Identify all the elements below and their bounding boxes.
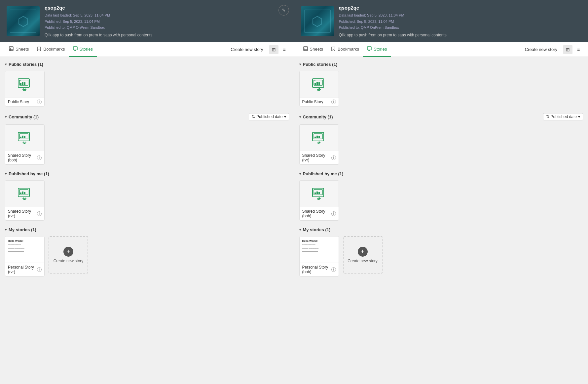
svg-rect-69 <box>314 137 316 138</box>
create-card-label: Create new story <box>348 259 378 263</box>
tab-bookmarks-right[interactable]: Bookmarks <box>327 42 363 57</box>
tab-stories-left[interactable]: Stories <box>69 42 97 57</box>
section-title-text: My stories (1) <box>9 227 36 232</box>
grid-view-button[interactable]: ⊞ <box>563 45 572 54</box>
tab-bookmarks-left[interactable]: Bookmarks <box>33 42 69 57</box>
edit-button[interactable]: ✎ <box>278 5 289 16</box>
create-new-story-button[interactable]: Create new story <box>228 46 266 53</box>
card-label-text: Public Story <box>302 100 323 104</box>
create-new-story-card[interactable]: + Create new story <box>49 236 88 274</box>
card-label-row: Shared Story (bob) i <box>300 207 339 220</box>
sort-button[interactable]: ⇅ Published date ▾ <box>249 113 289 120</box>
panel-content-left: ▾ Public stories (1) Public Story i <box>0 57 294 384</box>
list-view-button[interactable]: ≡ <box>574 45 583 54</box>
sort-chevron-icon: ▾ <box>284 114 286 119</box>
section-title[interactable]: ▾ Community (1) <box>299 114 333 119</box>
story-card[interactable]: Shared Story (bob) i <box>5 124 45 165</box>
tab-bar-left: Sheets Bookmarks Stories Create new stor… <box>0 42 294 57</box>
info-icon[interactable]: i <box>37 155 42 160</box>
app-thumbnail <box>7 6 40 36</box>
svg-rect-26 <box>24 136 25 138</box>
card-label-row: Shared Story (rvr) i <box>5 207 44 220</box>
section-header: ▾ Community (1) ⇅ Published date ▾ <box>299 113 583 120</box>
section-header: ▾ My stories (1) <box>5 227 289 232</box>
info-icon[interactable]: i <box>331 155 336 160</box>
section-title[interactable]: ▾ My stories (1) <box>299 227 331 232</box>
cards-grid: Shared Story (rvr) i <box>5 180 289 221</box>
plus-icon: + <box>63 247 73 257</box>
section-title[interactable]: ▾ Public stories (1) <box>5 62 43 67</box>
card-thumbnail <box>300 125 339 151</box>
tab-stories-right[interactable]: Stories <box>363 42 391 57</box>
list-view-button[interactable]: ≡ <box>280 45 289 54</box>
info-icon[interactable]: i <box>331 100 336 104</box>
card-label-text: Shared Story (bob) <box>8 153 37 162</box>
stories-label: Stories <box>80 47 93 52</box>
svg-rect-70 <box>316 136 318 138</box>
grid-view-button[interactable]: ⊞ <box>269 45 278 54</box>
cards-grid: Shared Story (rvr) i <box>299 124 583 165</box>
published-date: Published: Sep 5, 2023, 11:04 PM <box>339 19 582 25</box>
svg-rect-13 <box>22 82 23 85</box>
panel-content-right: ▾ Public stories (1) Public Story i <box>294 57 588 384</box>
section-published-by-me: ▾ Published by me (1) Shared Story (rvr)… <box>5 171 289 221</box>
cards-grid: Shared Story (bob) i <box>5 124 289 165</box>
section-title[interactable]: ▾ Published by me (1) <box>299 171 344 176</box>
stories-icon <box>73 46 78 52</box>
svg-rect-82 <box>316 192 318 194</box>
bookmarks-icon <box>37 46 41 52</box>
bookmarks-label: Bookmarks <box>43 47 65 52</box>
info-icon[interactable]: i <box>331 211 336 216</box>
story-card[interactable]: Public Story i <box>299 71 339 107</box>
published-date: Published: Sep 5, 2023, 11:04 PM <box>45 19 287 25</box>
section-title-text: Public stories (1) <box>9 62 43 67</box>
cards-grid: Hello World! ━━━━━━━━━━ ▬▬▬ ▬▬▬▬▬ ▬▬▬▬▬▬… <box>299 236 583 277</box>
info-icon[interactable]: i <box>331 267 336 272</box>
story-card[interactable]: Hello World! ━━━━━━━━━━ ▬▬▬ ▬▬▬▬▬ ▬▬▬▬▬▬… <box>299 236 339 277</box>
card-thumbnail <box>300 71 339 98</box>
svg-rect-38 <box>24 192 25 194</box>
section-my-stories: ▾ My stories (1) Hello World! ━━━━━━━━━━… <box>299 227 583 277</box>
info-icon[interactable]: i <box>37 100 42 104</box>
section-header: ▾ My stories (1) <box>299 227 583 232</box>
info-icon[interactable]: i <box>37 211 42 216</box>
card-label-row: Public Story i <box>300 98 339 106</box>
svg-rect-24 <box>20 137 21 138</box>
section-title[interactable]: ▾ Public stories (1) <box>299 62 338 67</box>
sort-icon: ⇅ <box>546 114 549 119</box>
chevron-down-icon: ▾ <box>299 63 301 66</box>
svg-rect-0 <box>9 47 13 51</box>
published-to: Published to: QMP OnPrem Sandbox <box>45 24 287 31</box>
svg-rect-45 <box>304 47 308 51</box>
stories-label: Stories <box>374 47 387 52</box>
card-thumbnail <box>5 181 44 207</box>
app-thumbnail <box>301 6 334 36</box>
story-card[interactable]: Shared Story (rvr) i <box>299 124 339 165</box>
app-meta: Data last loaded: Sep 5, 2023, 11:04 PM … <box>339 12 582 31</box>
card-label-text: Shared Story (bob) <box>302 209 331 218</box>
data-last-loaded: Data last loaded: Sep 5, 2023, 11:04 PM <box>339 12 582 19</box>
tab-sheets-right[interactable]: Sheets <box>299 42 327 57</box>
section-title-text: My stories (1) <box>303 227 331 232</box>
section-published-by-me: ▾ Published by me (1) Shared Story (bob)… <box>299 171 583 221</box>
create-new-story-card[interactable]: + Create new story <box>343 236 383 274</box>
create-new-story-button[interactable]: Create new story <box>522 46 560 53</box>
cards-grid: Hello World! ━━━━━━━━━━ ▬▬▬ ▬▬▬▬▬ ▬▬▬▬▬▬… <box>5 236 289 277</box>
sort-button[interactable]: ⇅ Published date ▾ <box>543 113 583 120</box>
section-title[interactable]: ▾ My stories (1) <box>5 227 36 232</box>
story-card[interactable]: Shared Story (bob) i <box>299 180 339 221</box>
panel-right: Sheets Bookmarks Stories Create new stor… <box>294 42 588 384</box>
section-title[interactable]: ▾ Community (1) <box>5 114 39 119</box>
section-title-text: Community (1) <box>303 114 333 119</box>
sheets-icon <box>9 46 14 52</box>
section-title-text: Public stories (1) <box>303 62 338 67</box>
info-icon[interactable]: i <box>37 267 42 272</box>
story-card[interactable]: Public Story i <box>5 71 45 107</box>
section-my-stories: ▾ My stories (1) Hello World! ━━━━━━━━━━… <box>5 227 289 277</box>
story-card[interactable]: Shared Story (rvr) i <box>5 180 45 221</box>
section-title[interactable]: ▾ Published by me (1) <box>5 171 49 176</box>
section-public-stories: ▾ Public stories (1) Public Story i <box>299 62 583 107</box>
story-card[interactable]: Hello World! ━━━━━━━━━━ ▬▬▬ ▬▬▬▬▬ ▬▬▬▬▬▬… <box>5 236 45 277</box>
tab-sheets-left[interactable]: Sheets <box>5 42 33 57</box>
card-thumbnail <box>300 181 339 207</box>
